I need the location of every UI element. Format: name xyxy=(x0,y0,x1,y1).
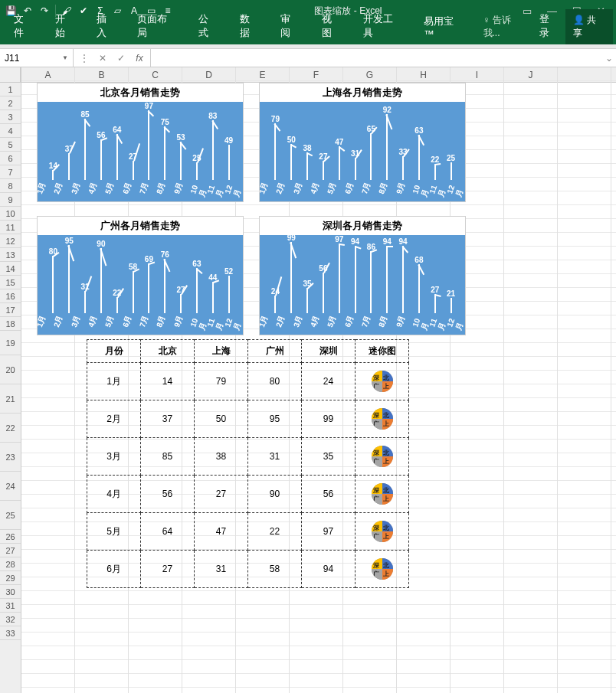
row-header-30[interactable]: 30 xyxy=(0,585,21,599)
chevron-down-icon[interactable]: ▼ xyxy=(62,54,68,61)
table-header[interactable]: 上海 xyxy=(195,340,248,363)
table-row[interactable]: 3月85383135北上广深 xyxy=(87,438,409,476)
table-row[interactable]: 2月37509599北上广深 xyxy=(87,400,409,438)
row-header-19[interactable]: 19 xyxy=(0,331,21,355)
value-cell[interactable]: 56 xyxy=(302,476,356,513)
sparkline-cell[interactable]: 北上广深 xyxy=(356,551,409,588)
row-header-12[interactable]: 12 xyxy=(0,234,21,248)
value-cell[interactable]: 47 xyxy=(195,513,248,551)
sparkline-cell[interactable]: 北上广深 xyxy=(356,363,409,400)
value-cell[interactable]: 64 xyxy=(141,513,195,551)
login-button[interactable]: 登录 xyxy=(533,8,565,44)
tab-ezbao[interactable]: 易用宝 ™ xyxy=(413,10,477,44)
value-cell[interactable]: 37 xyxy=(141,400,195,438)
fx-icon[interactable]: fx xyxy=(130,53,149,64)
row-header-23[interactable]: 23 xyxy=(0,443,21,472)
month-cell[interactable]: 6月 xyxy=(87,551,141,588)
row-header-18[interactable]: 18 xyxy=(0,317,21,331)
table-row[interactable]: 5月64472297北上广深 xyxy=(87,513,409,551)
chart-2[interactable]: 广州各月销售走势8095319022586976276344521月2月3月4月… xyxy=(37,216,244,335)
value-cell[interactable]: 14 xyxy=(141,363,195,400)
row-header-24[interactable]: 24 xyxy=(0,472,21,501)
formula-input[interactable] xyxy=(151,49,602,67)
grid-content[interactable]: 北京各月销售走势1437855664279775532583491月2月3月4月… xyxy=(21,83,616,693)
chart-3[interactable]: 深圳各月销售走势2499355697948694946827211月2月3月4月… xyxy=(259,216,466,335)
tab-view[interactable]: 视图 xyxy=(311,8,352,44)
month-cell[interactable]: 1月 xyxy=(87,363,141,400)
insert-menu-icon[interactable]: ⋮ xyxy=(75,53,93,64)
value-cell[interactable]: 97 xyxy=(302,513,356,551)
row-header-5[interactable]: 5 xyxy=(0,138,21,152)
row-header-9[interactable]: 9 xyxy=(0,193,21,207)
row-header-6[interactable]: 6 xyxy=(0,152,21,165)
value-cell[interactable]: 31 xyxy=(195,551,248,588)
sparkline-cell[interactable]: 北上广深 xyxy=(356,400,409,438)
row-header-17[interactable]: 17 xyxy=(0,303,21,317)
row-header-21[interactable]: 21 xyxy=(0,384,21,414)
row-header-7[interactable]: 7 xyxy=(0,165,21,179)
value-cell[interactable]: 31 xyxy=(248,438,302,476)
share-button[interactable]: 👤 共享 xyxy=(565,9,613,44)
row-header-29[interactable]: 29 xyxy=(0,571,21,585)
value-cell[interactable]: 27 xyxy=(141,551,195,588)
sparkline-cell[interactable]: 北上广深 xyxy=(356,476,409,513)
row-header-3[interactable]: 3 xyxy=(0,110,21,124)
row-header-10[interactable]: 10 xyxy=(0,207,21,221)
value-cell[interactable]: 58 xyxy=(248,551,302,588)
table-header[interactable]: 迷你图 xyxy=(356,340,409,363)
tab-layout[interactable]: 页面布局 xyxy=(126,8,188,44)
expand-formula-icon[interactable]: ⌄ xyxy=(602,49,616,67)
month-cell[interactable]: 2月 xyxy=(87,400,141,438)
row-header-13[interactable]: 13 xyxy=(0,248,21,262)
table-row[interactable]: 6月27315894北上广深 xyxy=(87,551,409,588)
value-cell[interactable]: 94 xyxy=(302,551,356,588)
value-cell[interactable]: 22 xyxy=(248,513,302,551)
chart-0[interactable]: 北京各月销售走势1437855664279775532583491月2月3月4月… xyxy=(37,83,244,202)
month-cell[interactable]: 5月 xyxy=(87,513,141,551)
row-header-33[interactable]: 33 xyxy=(0,626,21,640)
value-cell[interactable]: 56 xyxy=(141,476,195,513)
row-header-14[interactable]: 14 xyxy=(0,262,21,276)
row-header-1[interactable]: 1 xyxy=(0,83,21,96)
value-cell[interactable]: 38 xyxy=(195,438,248,476)
row-header-2[interactable]: 2 xyxy=(0,96,21,110)
value-cell[interactable]: 80 xyxy=(248,363,302,400)
row-header-31[interactable]: 31 xyxy=(0,599,21,613)
row-header-32[interactable]: 32 xyxy=(0,613,21,626)
month-cell[interactable]: 4月 xyxy=(87,476,141,513)
value-cell[interactable]: 35 xyxy=(302,438,356,476)
row-header-11[interactable]: 11 xyxy=(0,221,21,234)
row-header-22[interactable]: 22 xyxy=(0,414,21,443)
row-header-28[interactable]: 28 xyxy=(0,557,21,571)
month-cell[interactable]: 3月 xyxy=(87,438,141,476)
row-header-20[interactable]: 20 xyxy=(0,355,21,384)
row-header-4[interactable]: 4 xyxy=(0,124,21,138)
row-header-15[interactable]: 15 xyxy=(0,276,21,289)
value-cell[interactable]: 24 xyxy=(302,363,356,400)
tab-file[interactable]: 文件 xyxy=(3,8,44,44)
table-row[interactable]: 1月14798024北上广深 xyxy=(87,363,409,400)
table-header[interactable]: 广州 xyxy=(248,340,302,363)
name-box[interactable]: J11 ▼ xyxy=(0,49,74,67)
row-header-8[interactable]: 8 xyxy=(0,179,21,193)
value-cell[interactable]: 95 xyxy=(248,400,302,438)
spreadsheet-grid[interactable]: 1234567891011121314151617181920212223242… xyxy=(0,67,616,693)
tab-home[interactable]: 开始 xyxy=(44,8,86,44)
table-header[interactable]: 深圳 xyxy=(302,340,356,363)
row-header-16[interactable]: 16 xyxy=(0,289,21,303)
value-cell[interactable]: 27 xyxy=(195,476,248,513)
value-cell[interactable]: 90 xyxy=(248,476,302,513)
tell-me-input[interactable]: ♀ 告诉我... xyxy=(477,9,534,44)
sparkline-cell[interactable]: 北上广深 xyxy=(356,438,409,476)
row-header-27[interactable]: 27 xyxy=(0,544,21,557)
value-cell[interactable]: 85 xyxy=(141,438,195,476)
chart-1[interactable]: 上海各月销售走势7950382747316592336322251月2月3月4月… xyxy=(259,83,466,202)
value-cell[interactable]: 99 xyxy=(302,400,356,438)
select-all-corner[interactable] xyxy=(0,67,21,83)
tab-formula[interactable]: 公式 xyxy=(188,8,229,44)
cancel-icon[interactable]: ✕ xyxy=(93,53,112,64)
tab-data[interactable]: 数据 xyxy=(229,8,270,44)
sparkline-cell[interactable]: 北上广深 xyxy=(356,513,409,551)
tab-insert[interactable]: 插入 xyxy=(86,8,127,44)
table-row[interactable]: 4月56279056北上广深 xyxy=(87,476,409,513)
